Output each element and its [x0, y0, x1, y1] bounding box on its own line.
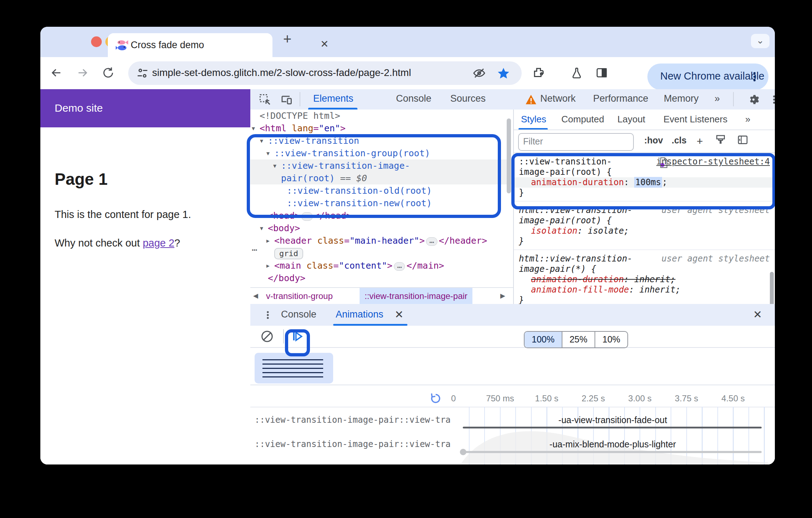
breadcrumb-item[interactable]: v-transition-group — [266, 288, 333, 304]
dom-tree-row[interactable]: ::view-transition-old(root) — [250, 184, 513, 197]
tab-console[interactable]: Console — [396, 93, 431, 104]
breadcrumb-right-icon[interactable]: ▶ — [500, 288, 505, 304]
browser-menu-icon[interactable] — [748, 70, 761, 83]
extensions-icon[interactable] — [528, 62, 550, 83]
animation-name[interactable]: -ua-mix-blend-mode-plus-lighter — [550, 439, 676, 450]
dom-tree-row[interactable]: grid — [250, 247, 513, 259]
resume-all-icon[interactable] — [290, 330, 304, 343]
dom-tree-row[interactable]: </body> — [250, 272, 513, 284]
preview-eye-off-icon[interactable] — [473, 67, 486, 80]
dom-tree-row[interactable]: ▼::view-transition — [250, 134, 513, 147]
animation-bar[interactable] — [463, 427, 762, 428]
site-settings-icon[interactable] — [136, 67, 149, 80]
tab-performance[interactable]: Performance — [593, 93, 648, 104]
close-traffic-light[interactable] — [91, 36, 102, 47]
breadcrumb-left-icon[interactable]: ◀ — [253, 288, 258, 304]
new-chrome-available-button[interactable]: New Chrome available — [647, 64, 768, 90]
tab-close-icon[interactable]: ✕ — [320, 38, 329, 50]
style-rule[interactable]: inspector-stylesheet:4::view-transition-… — [514, 153, 775, 202]
css-value[interactable]: inherit — [634, 274, 670, 284]
rendering-brush-icon[interactable] — [714, 133, 727, 147]
tab-memory[interactable]: Memory — [664, 93, 699, 104]
css-declaration[interactable]: animation-duration: inherit; — [519, 274, 775, 285]
url-text[interactable]: simple-set-demos.glitch.me/2-slow-cross-… — [152, 67, 411, 78]
disclosure-right-icon[interactable]: ▶ — [266, 260, 270, 272]
disclosure-right-icon[interactable]: ▶ — [266, 235, 270, 247]
expand-dots-icon[interactable]: … — [394, 262, 405, 271]
animation-start-handle[interactable] — [460, 449, 466, 455]
address-bar[interactable]: simple-set-demos.glitch.me/2-slow-cross-… — [128, 61, 522, 85]
animation-row-selector[interactable]: ::view-transition-image-pair::view-tra — [255, 439, 458, 449]
grid-badge[interactable]: grid — [274, 248, 303, 259]
bookmark-star-icon[interactable] — [497, 67, 510, 80]
elements-scrollbar[interactable] — [507, 118, 511, 193]
back-icon[interactable] — [46, 62, 67, 83]
disclosure-down-icon[interactable]: ▼ — [252, 122, 255, 135]
more-tabs-icon[interactable]: » — [745, 114, 750, 125]
devtools-menu-icon[interactable] — [767, 93, 775, 106]
css-declaration[interactable]: isolation: isolate; — [519, 226, 775, 236]
tab-styles[interactable]: Styles — [521, 114, 546, 125]
dom-tree-row[interactable]: ▶<header class="main-header">…</header> — [250, 234, 513, 247]
issues-warning-icon[interactable] — [525, 94, 537, 105]
settings-gear-icon[interactable] — [747, 93, 760, 106]
dom-tree-row[interactable]: ▼::view-transition-group(root) — [250, 147, 513, 159]
css-declaration[interactable]: animation-duration: 100ms; — [514, 177, 775, 188]
dom-tree-row[interactable]: <!DOCTYPE html> — [250, 110, 513, 122]
animation-name[interactable]: -ua-view-transition-fade-out — [558, 415, 667, 425]
css-value[interactable]: isolate — [588, 226, 624, 236]
dom-tree-row[interactable]: ▼<html lang="en"> — [250, 122, 513, 134]
drawer-close-icon[interactable]: ✕ — [753, 308, 762, 321]
reload-icon[interactable] — [97, 62, 119, 83]
side-panel-icon[interactable] — [591, 62, 612, 83]
device-toolbar-icon[interactable] — [280, 93, 293, 106]
drawer-tab-close-icon[interactable]: ✕ — [395, 308, 404, 321]
expand-dots-icon[interactable]: … — [426, 237, 437, 246]
tab-sources[interactable]: Sources — [450, 93, 486, 104]
styles-filter-input[interactable]: Filter — [518, 133, 634, 151]
disclosure-down-icon[interactable]: ▼ — [260, 222, 263, 235]
speed-100%[interactable]: 100% — [525, 332, 562, 347]
drawer-tab-animations[interactable]: Animations — [336, 309, 384, 320]
new-style-rule-icon[interactable]: + — [697, 135, 703, 147]
breadcrumb-item-selected[interactable]: ::view-transition-image-pair — [360, 288, 472, 304]
expand-dots-icon[interactable]: … — [301, 212, 312, 221]
tab-elements[interactable]: Elements — [313, 93, 354, 104]
animation-row-selector[interactable]: ::view-transition-image-pair::view-tra — [255, 415, 458, 425]
browser-tab[interactable]: Cross fade demo ✕ — [108, 33, 272, 57]
disclosure-down-icon[interactable]: ▼ — [273, 160, 276, 172]
animation-buffer-thumbnail[interactable] — [255, 353, 333, 384]
page-2-link[interactable]: page 2 — [143, 237, 175, 249]
tab-computed[interactable]: Computed — [561, 114, 604, 125]
speed-10%[interactable]: 10% — [595, 332, 627, 347]
replay-icon[interactable] — [429, 392, 442, 405]
dom-tree-row[interactable]: ▶<head>…</head> — [250, 209, 513, 222]
dom-tree-row[interactable]: ▼<body> — [250, 222, 513, 234]
css-value[interactable]: 100ms — [634, 177, 662, 188]
drawer-tab-console[interactable]: Console — [281, 309, 316, 320]
speed-25%[interactable]: 25% — [562, 332, 595, 347]
class-toggle-cls[interactable]: .cls — [672, 135, 687, 146]
css-declaration[interactable]: animation-fill-mode: inherit; — [519, 285, 775, 295]
drawer-menu-icon[interactable] — [261, 308, 275, 322]
dom-tree-row[interactable]: ▶<main class="content">…</main> — [250, 259, 513, 272]
inspect-element-icon[interactable] — [258, 93, 272, 106]
animation-bar[interactable] — [463, 451, 762, 453]
style-rule[interactable]: user agent stylesheethtml::view-transiti… — [514, 202, 775, 250]
sidebar-toggle-icon[interactable] — [736, 133, 750, 147]
disclosure-down-icon[interactable]: ▼ — [266, 147, 270, 160]
disclosure-down-icon[interactable]: ▼ — [260, 135, 263, 147]
tab-search-chevron-icon[interactable]: ⌄ — [751, 34, 770, 48]
forward-icon[interactable] — [72, 62, 93, 83]
css-value[interactable]: inherit — [639, 285, 675, 295]
disclosure-right-icon[interactable]: ▶ — [260, 210, 263, 222]
dom-tree-row[interactable]: ::view-transition-new(root) — [250, 197, 513, 209]
dom-tree-row[interactable]: ▼::view-transition-image-pair(root) == $… — [250, 159, 513, 184]
style-rule[interactable]: user agent stylesheethtml::view-transiti… — [514, 250, 775, 309]
stylesheet-source-link[interactable]: inspector-stylesheet:4 — [656, 157, 770, 167]
pseudo-state-toggle-hov[interactable]: :hov — [644, 135, 663, 146]
tab-event-listeners[interactable]: Event Listeners — [663, 114, 727, 125]
new-tab-button[interactable]: + — [283, 31, 291, 47]
more-tabs-icon[interactable]: » — [715, 93, 720, 104]
tab-layout[interactable]: Layout — [617, 114, 645, 125]
